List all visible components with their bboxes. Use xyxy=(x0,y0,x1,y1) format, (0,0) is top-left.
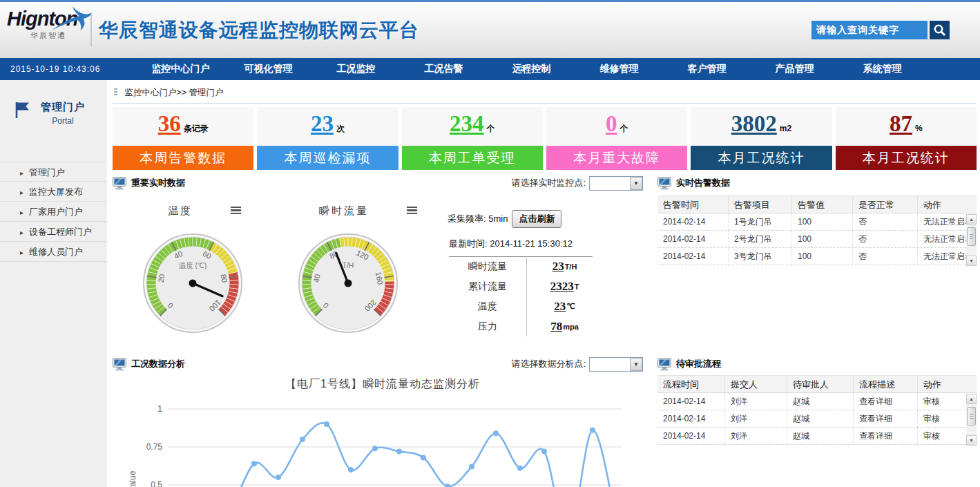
table-cell: 2014-02-14 xyxy=(657,231,729,247)
breadcrumb-text: 监控中心门户>> 管理门户 xyxy=(124,88,223,97)
nav-item-维修管理[interactable]: 维修管理 xyxy=(575,63,663,75)
refresh-button[interactable]: 点击刷新 xyxy=(512,210,561,228)
monitor-icon xyxy=(657,177,671,190)
table-cell[interactable]: 审核 xyxy=(918,410,966,427)
scrollbar-thumb[interactable] xyxy=(967,407,976,426)
table-cell: 赵城 xyxy=(787,410,854,427)
reading-unit: T xyxy=(575,283,579,291)
sidebar-item-维修人员门户[interactable]: ▸维修人员门户 xyxy=(0,242,107,262)
table-cell: 刘洋 xyxy=(725,410,787,427)
reading-value: 2323 xyxy=(550,280,574,294)
sidebar-menu: ▸管理门户▸监控大屏发布▸厂家用户门户▸设备工程师门户▸维修人员门户 xyxy=(0,162,107,262)
nav-item-远程控制[interactable]: 远程控制 xyxy=(488,63,575,75)
reading-label: 累计流量 xyxy=(449,280,526,293)
chart-menu-icon[interactable] xyxy=(231,207,241,216)
reading-value-cell: 78mpa xyxy=(526,316,602,336)
alarm-table: 告警时间告警项目告警值是否正常动作2014-02-141号龙门吊100否无法正常… xyxy=(657,195,977,265)
stat-card-label[interactable]: 本月工况统计 xyxy=(691,146,832,170)
stat-card-value[interactable]: 3802 xyxy=(731,111,777,136)
approval-table-scrollbar[interactable] xyxy=(966,394,977,446)
sidebar-item-监控大屏发布[interactable]: ▸监控大屏发布 xyxy=(0,182,107,202)
table-cell[interactable]: 查看详细 xyxy=(854,410,918,427)
flag-icon xyxy=(14,101,32,119)
analysis-point-select-label: 请选择数据分析点: xyxy=(511,358,586,370)
column-header: 是否正常 xyxy=(853,196,918,213)
monitor-point-select[interactable] xyxy=(589,176,643,191)
column-header: 动作 xyxy=(918,376,977,392)
table-cell: 100 xyxy=(792,231,853,247)
search-input[interactable]: 请输入查询关键字 xyxy=(811,21,928,39)
nav-item-可视化管理[interactable]: 可视化管理 xyxy=(224,63,312,75)
table-cell[interactable]: 查看详细 xyxy=(854,393,918,410)
chevron-down-icon[interactable] xyxy=(630,358,642,371)
stat-card-value[interactable]: 234 xyxy=(450,111,484,136)
sidebar-item-label: 厂家用户门户 xyxy=(29,207,83,217)
search-button[interactable] xyxy=(930,21,950,39)
monitor-point-select-label: 请选择实时监控点: xyxy=(511,177,586,189)
nav-item-监控中心门户[interactable]: 监控中心门户 xyxy=(137,63,224,75)
stat-card-label[interactable]: 本月重大故障 xyxy=(546,146,687,170)
nav-item-系统管理[interactable]: 系统管理 xyxy=(838,63,926,75)
nav-item-工况告警[interactable]: 工况告警 xyxy=(400,63,488,75)
scrollbar-thumb[interactable] xyxy=(967,227,976,246)
stat-card-label[interactable]: 本月工况统计 xyxy=(836,146,977,170)
stat-card: 3802m2本月工况统计 xyxy=(691,107,832,170)
column-header: 提交人 xyxy=(725,376,787,392)
table-cell: 2014-02-14 xyxy=(657,213,729,230)
table-cell[interactable]: 查看详细 xyxy=(854,428,918,444)
reading-unit: mpa xyxy=(563,323,579,331)
chart-menu-icon[interactable] xyxy=(407,207,417,216)
approval-panel-title: 待审批流程 xyxy=(676,358,721,370)
nav-item-客户管理[interactable]: 客户管理 xyxy=(663,63,751,75)
table-row: 2014-02-142号龙门吊100否无法正常启动 xyxy=(657,231,966,248)
nav-item-产品管理[interactable]: 产品管理 xyxy=(751,63,838,75)
reading-value-cell: 23T/H xyxy=(526,256,602,276)
scroll-down-icon[interactable] xyxy=(966,435,977,446)
sidebar-item-厂家用户门户[interactable]: ▸厂家用户门户 xyxy=(0,202,107,222)
stat-card: 36条记录本周告警数据 xyxy=(113,107,253,170)
nav-item-工况监控[interactable]: 工况监控 xyxy=(312,63,400,75)
scroll-up-icon[interactable] xyxy=(966,214,977,225)
stat-card-label[interactable]: 本周告警数据 xyxy=(113,146,253,170)
stat-card-unit: 条记录 xyxy=(184,124,209,133)
reading-value: 23 xyxy=(554,300,566,314)
navbar: 2015-10-19 10:43:06 监控中心门户可视化管理工况监控工况告警远… xyxy=(0,58,980,80)
reading-value-cell: 2323T xyxy=(526,276,602,296)
portal-title: 管理门户 xyxy=(41,101,85,114)
sidebar: 管理门户 Portal ▸管理门户▸监控大屏发布▸厂家用户门户▸设备工程师门户▸… xyxy=(0,80,107,487)
stat-card-label[interactable]: 本周巡检漏项 xyxy=(257,146,398,170)
table-cell: 赵城 xyxy=(787,393,854,410)
column-header: 告警时间 xyxy=(657,196,729,213)
column-header: 动作 xyxy=(918,196,977,213)
alarm-panel-header: 实时告警数据 xyxy=(657,174,977,192)
stat-card-unit: m2 xyxy=(780,124,791,133)
table-cell[interactable]: 审核 xyxy=(918,428,966,444)
scroll-down-icon[interactable] xyxy=(966,256,977,266)
stat-cards-row: 36条记录本周告警数据23次本周巡检漏项234个本周工单受理0个本月重大故障38… xyxy=(113,107,977,170)
stat-card: 234个本周工单受理 xyxy=(402,107,543,170)
arrow-right-icon: ▸ xyxy=(20,209,23,216)
stat-card-value[interactable]: 0 xyxy=(606,111,617,136)
stat-card-value[interactable]: 23 xyxy=(311,111,334,136)
stat-card-value[interactable]: 36 xyxy=(158,111,181,136)
sidebar-item-设备工程师门户[interactable]: ▸设备工程师门户 xyxy=(0,222,107,242)
freq-label: 采集频率: 5min xyxy=(448,213,508,225)
stat-card-value-area: 36条记录 xyxy=(113,107,253,146)
stat-card-label[interactable]: 本周工单受理 xyxy=(402,146,543,170)
stat-card-value-area: 234个 xyxy=(402,107,543,146)
readings-table: 瞬时流量23T/H累计流量2323T温度23℃压力78mpa xyxy=(449,256,602,336)
svg-text:0.5: 0.5 xyxy=(151,480,162,487)
scroll-up-icon[interactable] xyxy=(966,394,977,404)
antelope-logo-icon xyxy=(50,5,93,32)
table-cell[interactable]: 审核 xyxy=(918,393,966,410)
alarm-table-scrollbar[interactable] xyxy=(966,214,977,266)
sidebar-item-管理门户[interactable]: ▸管理门户 xyxy=(0,162,107,182)
analysis-point-select[interactable] xyxy=(589,357,643,372)
stat-card-value[interactable]: 87 xyxy=(890,111,912,136)
table-cell: 100 xyxy=(792,213,853,230)
gauge-temp-header: 温度 xyxy=(168,204,241,218)
search-box: 请输入查询关键字 xyxy=(811,21,950,39)
chevron-down-icon[interactable] xyxy=(630,177,642,190)
realtime-panel-title: 重要实时数据 xyxy=(131,177,185,189)
stat-card-unit: 个 xyxy=(487,124,495,133)
